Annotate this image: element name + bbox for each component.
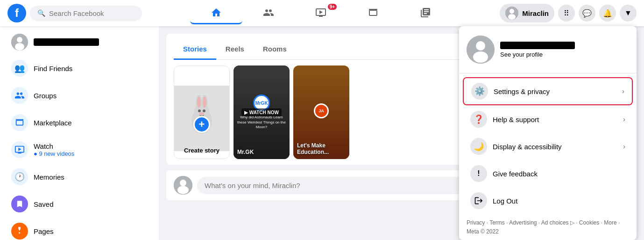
settings-item-left: ⚙️ Settings & privacy: [471, 83, 550, 100]
profile-avatar-small: [505, 7, 518, 20]
display-label: Display & accessibility: [493, 143, 562, 151]
sidebar-watch-label: Watch: [34, 142, 74, 150]
search-icon: 🔍: [37, 9, 45, 17]
svg-point-19: [476, 41, 485, 51]
dropdown-item-logout[interactable]: Log Out: [463, 188, 633, 214]
memories-icon: 🕐: [11, 168, 28, 185]
svg-point-1: [510, 9, 514, 14]
search-input[interactable]: [49, 9, 134, 17]
create-story-card[interactable]: + Create story: [174, 65, 230, 159]
feedback-item-left: ! Give feedback: [470, 165, 538, 182]
grid-menu-button[interactable]: ⠿: [558, 5, 575, 22]
edu-avatar: JA: [314, 103, 329, 118]
watch-item-text: Watch ● 9 new videos: [34, 142, 74, 157]
settings-chevron-icon: ›: [622, 87, 624, 95]
svg-point-10: [197, 96, 201, 108]
settings-label: Settings & privacy: [494, 87, 550, 95]
dropdown-profile-text: See your profile: [500, 42, 575, 58]
display-item-left: 🌙 Display & accessibility: [470, 138, 562, 155]
dropdown-item-display[interactable]: 🌙 Display & accessibility ›: [463, 133, 633, 160]
nav-video-button[interactable]: 9+: [295, 2, 347, 24]
logout-item-left: Log Out: [470, 192, 517, 209]
svg-point-14: [199, 112, 204, 115]
feedback-label: Give feedback: [493, 170, 538, 178]
sidebar-item-groups[interactable]: Groups: [4, 82, 155, 109]
account-dropdown: See your profile ⚙️ Settings & privacy ›…: [459, 26, 637, 240]
nav-groups-button[interactable]: [399, 2, 452, 24]
sidebar-item-label: Memories: [34, 173, 64, 181]
create-story-label: Create story: [174, 147, 229, 154]
nav-friends-button[interactable]: [242, 2, 295, 24]
logout-icon: [470, 192, 487, 209]
help-icon: ❓: [470, 111, 487, 128]
sidebar-item-label: Pages: [34, 227, 54, 235]
dropdown-item-settings[interactable]: ⚙️ Settings & privacy ›: [463, 77, 633, 105]
story-card-mr-gk[interactable]: MrGK Why did Astronauts Learn these Weir…: [234, 65, 290, 159]
see-profile-text: See your profile: [500, 51, 575, 58]
svg-point-13: [203, 109, 205, 112]
profile-name: Miraclin: [522, 9, 549, 17]
story-card-edu[interactable]: JA Let's Make Education...: [293, 65, 349, 159]
dropdown-profile-link[interactable]: See your profile: [459, 30, 637, 69]
svg-point-16: [180, 180, 186, 186]
create-plus-button[interactable]: +: [193, 116, 210, 133]
story-content-edu: JA Let's Make Education...: [293, 65, 349, 159]
story-content-mr-gk: MrGK Why did Astronauts Learn these Weir…: [234, 65, 290, 159]
dropdown-footer: Privacy · Terms · Advertising · Ad choic…: [459, 215, 637, 236]
sidebar-item-memories[interactable]: 🕐 Memories: [4, 164, 155, 190]
messenger-button[interactable]: 💬: [579, 5, 595, 22]
svg-point-2: [508, 14, 516, 20]
tab-rooms[interactable]: Rooms: [254, 39, 296, 60]
sidebar-item-pages[interactable]: Pages: [4, 218, 155, 240]
sidebar-item-saved[interactable]: Saved: [4, 191, 155, 217]
help-item-left: ❓ Help & support: [470, 111, 539, 128]
search-bar[interactable]: 🔍: [30, 6, 142, 21]
mr-gk-name: Mr.GK: [237, 149, 286, 155]
sidebar-item-marketplace[interactable]: Marketplace: [4, 109, 155, 136]
sidebar-item-watch[interactable]: Watch ● 9 new videos: [4, 137, 155, 163]
sidebar-item-label: Marketplace: [34, 119, 72, 127]
watch-icon: [11, 141, 28, 158]
sidebar-item-label: Groups: [34, 92, 57, 100]
svg-point-20: [473, 51, 488, 63]
account-menu-button[interactable]: ▼: [620, 5, 637, 22]
svg-point-12: [198, 109, 201, 112]
dropdown-divider-1: [459, 73, 637, 73]
sidebar: 👥 Find Friends Groups Marketplace Watch …: [0, 26, 159, 240]
topnav-center: 9+: [142, 2, 500, 24]
help-label: Help & support: [493, 116, 539, 124]
sidebar-item-find-friends[interactable]: 👥 Find Friends: [4, 55, 155, 81]
saved-icon: [11, 196, 28, 212]
sidebar-watch-sub: ● 9 new videos: [34, 150, 74, 157]
settings-icon: ⚙️: [471, 83, 488, 100]
find-friends-icon: 👥: [11, 60, 28, 77]
sidebar-item-label: Find Friends: [34, 65, 72, 73]
facebook-logo[interactable]: f: [7, 4, 26, 22]
svg-point-17: [177, 186, 189, 194]
display-icon: 🌙: [470, 138, 487, 155]
feedback-icon: !: [470, 165, 487, 182]
marketplace-icon: [11, 114, 28, 131]
nav-marketplace-button[interactable]: [347, 2, 399, 24]
post-avatar: [174, 176, 192, 195]
dropdown-profile-name: [500, 42, 575, 49]
notifications-button[interactable]: 🔔: [599, 5, 616, 22]
dropdown-item-feedback[interactable]: ! Give feedback: [463, 160, 633, 187]
sidebar-user-avatar: [11, 34, 28, 51]
tab-reels[interactable]: Reels: [216, 39, 254, 60]
display-chevron-icon: ›: [623, 143, 625, 150]
profile-button[interactable]: Miraclin: [500, 4, 554, 22]
groups-icon: [11, 87, 28, 104]
sidebar-user-profile[interactable]: [4, 30, 155, 54]
nav-home-button[interactable]: [190, 2, 242, 24]
topnav: f 🔍 9+ Miraclin ⠿ 💬: [0, 0, 644, 26]
footer-text: Privacy · Terms · Advertising · Ad choic…: [467, 219, 620, 235]
dropdown-avatar: [467, 36, 495, 64]
edu-name: Let's Make Education...: [297, 142, 346, 155]
sidebar-item-label: Saved: [34, 200, 54, 208]
svg-point-11: [203, 96, 206, 108]
dropdown-item-help[interactable]: ❓ Help & support ›: [463, 106, 633, 132]
logout-label: Log Out: [493, 197, 517, 205]
tab-stories[interactable]: Stories: [174, 39, 216, 60]
svg-point-4: [17, 37, 22, 43]
